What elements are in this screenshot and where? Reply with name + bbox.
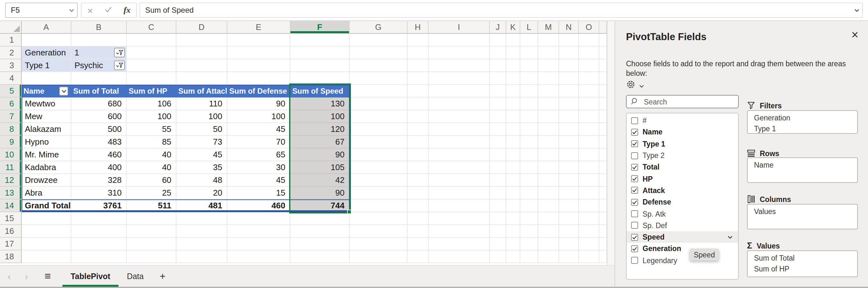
cell-E14[interactable]: 460 (227, 199, 290, 212)
checkbox-unchecked-icon[interactable] (631, 222, 638, 229)
cell-L15[interactable] (520, 212, 538, 225)
search-input[interactable] (643, 97, 721, 106)
expand-formula-bar-icon[interactable] (851, 3, 862, 17)
cell-M3[interactable] (538, 59, 559, 72)
cell-H16[interactable] (408, 225, 429, 238)
cell-O14[interactable] (579, 199, 599, 212)
cell-K11[interactable] (506, 161, 520, 174)
cell-O1[interactable] (579, 34, 599, 47)
cell-C15[interactable] (127, 212, 177, 225)
row-header-3[interactable]: 3 (0, 59, 22, 72)
cell-I14[interactable] (429, 199, 490, 212)
cell-K4[interactable] (506, 72, 520, 85)
cell-M15[interactable] (538, 212, 559, 225)
cell-x14[interactable] (599, 199, 607, 212)
cell-D11[interactable]: 35 (177, 161, 227, 174)
column-header-N[interactable]: N (559, 21, 579, 34)
cell-I10[interactable] (429, 148, 490, 161)
cell-K2[interactable] (506, 47, 520, 59)
cell-A6[interactable]: Mewtwo (22, 97, 71, 110)
cell-E5[interactable]: Sum of Defense (227, 85, 290, 97)
cell-B4[interactable] (71, 72, 127, 85)
cell-E10[interactable]: 65 (227, 148, 290, 161)
checkbox-checked-icon[interactable] (631, 129, 638, 136)
cell-K16[interactable] (506, 225, 520, 238)
cell-J12[interactable] (490, 174, 506, 187)
cell-D8[interactable]: 50 (177, 123, 227, 136)
cell-H9[interactable] (408, 136, 429, 148)
row-header-1[interactable]: 1 (0, 34, 22, 47)
field-item-attack[interactable]: Attack (627, 185, 738, 197)
cell-I13[interactable] (429, 187, 490, 199)
column-header-J[interactable]: J (490, 21, 506, 34)
column-header-I[interactable]: I (429, 21, 490, 34)
column-header-A[interactable]: A (22, 21, 71, 34)
cell-L7[interactable] (520, 110, 538, 123)
cell-A9[interactable]: Hypno (22, 136, 71, 148)
cancel-icon[interactable]: × (87, 5, 93, 15)
cell-x9[interactable] (599, 136, 607, 148)
cell-N4[interactable] (559, 72, 579, 85)
cell-F11[interactable]: 105 (290, 161, 350, 174)
cell-C9[interactable]: 85 (127, 136, 177, 148)
column-header-H[interactable]: H (408, 21, 429, 34)
checkbox-unchecked-icon[interactable] (631, 152, 638, 159)
area-field-values[interactable]: Values (748, 206, 857, 217)
cell-O5[interactable] (579, 85, 599, 97)
column-header-O[interactable]: O (579, 21, 599, 34)
cell-x12[interactable] (599, 174, 607, 187)
cell-O12[interactable] (579, 174, 599, 187)
cell-E6[interactable]: 90 (227, 97, 290, 110)
cell-B14[interactable]: 3761 (71, 199, 127, 212)
cell-C2[interactable] (127, 47, 177, 59)
checkbox-unchecked-icon[interactable] (631, 210, 638, 217)
row-header-10[interactable]: 10 (0, 148, 22, 161)
cell-C12[interactable]: 60 (127, 174, 177, 187)
cell-E7[interactable]: 100 (227, 110, 290, 123)
cell-x5[interactable] (599, 85, 607, 97)
cell-H12[interactable] (408, 174, 429, 187)
cell-M17[interactable] (538, 238, 559, 251)
cell-E17[interactable] (227, 238, 290, 251)
cell-B15[interactable] (71, 212, 127, 225)
cell-C6[interactable]: 106 (127, 97, 177, 110)
checkbox-checked-icon[interactable] (631, 199, 638, 205)
cell-O4[interactable] (579, 72, 599, 85)
cell-K5[interactable] (506, 85, 520, 97)
cell-M6[interactable] (538, 97, 559, 110)
cell-L3[interactable] (520, 59, 538, 72)
column-header-K[interactable]: K (506, 21, 520, 34)
cell-E12[interactable]: 45 (227, 174, 290, 187)
row-header-18[interactable]: 18 (0, 251, 22, 263)
cell-C14[interactable]: 511 (127, 199, 177, 212)
field-item-hp[interactable]: HP (627, 173, 738, 185)
cell-F9[interactable]: 67 (290, 136, 350, 148)
cell-J9[interactable] (490, 136, 506, 148)
cell-I8[interactable] (429, 123, 490, 136)
row-header-16[interactable]: 16 (0, 225, 22, 238)
name-filter-dropdown[interactable] (59, 87, 68, 95)
filter-button[interactable] (114, 60, 125, 70)
cell-G8[interactable] (350, 123, 408, 136)
cell-E15[interactable] (227, 212, 290, 225)
cell-J8[interactable] (490, 123, 506, 136)
checkbox-checked-icon[interactable] (631, 140, 638, 147)
cell-F18[interactable] (290, 251, 350, 263)
cell-E18[interactable] (227, 251, 290, 263)
cell-M18[interactable] (538, 251, 559, 263)
column-header-partial[interactable] (599, 21, 607, 34)
checkbox-checked-icon[interactable] (631, 245, 638, 252)
cell-M5[interactable] (538, 85, 559, 97)
cell-J18[interactable] (490, 251, 506, 263)
cell-I9[interactable] (429, 136, 490, 148)
chevron-down-icon[interactable] (66, 3, 77, 17)
cell-L4[interactable] (520, 72, 538, 85)
cell-D6[interactable]: 110 (177, 97, 227, 110)
cell-O17[interactable] (579, 238, 599, 251)
sheet-tab-tablepivot[interactable]: TablePivot (62, 266, 119, 287)
cell-M8[interactable] (538, 123, 559, 136)
cell-F15[interactable] (290, 212, 350, 225)
column-header-F[interactable]: F (290, 21, 350, 34)
column-header-M[interactable]: M (538, 21, 559, 34)
next-sheet-icon[interactable]: › (25, 271, 28, 281)
